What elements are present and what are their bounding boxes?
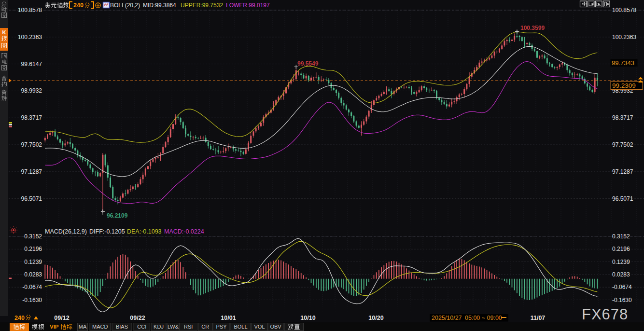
svg-text:10/20: 10/20	[368, 315, 383, 321]
svg-text:2025/10/27: 2025/10/27	[432, 315, 462, 321]
svg-text:240: 240	[14, 315, 25, 321]
svg-text:96.2109: 96.2109	[107, 212, 128, 219]
svg-text:05:00 ~ 09:00: 05:00 ~ 09:00	[465, 315, 502, 321]
svg-text:97.7502: 97.7502	[612, 141, 633, 148]
svg-text:99.7343: 99.7343	[612, 59, 634, 67]
svg-text:0.3152: 0.3152	[612, 233, 630, 240]
svg-text:UPPER:99.7532: UPPER:99.7532	[181, 2, 223, 9]
svg-text:100.8578: 100.8578	[18, 7, 42, 14]
svg-text:-0.0674: -0.0674	[612, 284, 632, 290]
svg-text:0.2196: 0.2196	[612, 246, 630, 252]
svg-text:10/01: 10/01	[221, 315, 236, 321]
svg-text:10/10: 10/10	[300, 315, 315, 321]
svg-text:0.1239: 0.1239	[24, 259, 42, 265]
svg-text:LOWER:99.0197: LOWER:99.0197	[226, 2, 270, 9]
svg-text:0.1239: 0.1239	[612, 259, 630, 265]
svg-text:96.5071: 96.5071	[21, 195, 42, 202]
svg-text:CR: CR	[201, 324, 209, 330]
svg-text:DIFF:-0.1205: DIFF:-0.1205	[89, 228, 125, 235]
svg-text:K: K	[2, 29, 6, 35]
svg-text:99.6147: 99.6147	[21, 61, 42, 68]
svg-text:KDJ: KDJ	[154, 324, 164, 330]
svg-text:MA: MA	[79, 324, 87, 330]
svg-text:OBV: OBV	[270, 324, 281, 330]
svg-text:BOLL(20,2): BOLL(20,2)	[110, 2, 140, 9]
svg-text:98.9932: 98.9932	[21, 87, 42, 94]
svg-text:100.3599: 100.3599	[520, 25, 545, 31]
svg-text:BIAS: BIAS	[116, 324, 128, 330]
svg-text:240: 240	[73, 2, 84, 9]
svg-text:VOL: VOL	[254, 324, 265, 330]
svg-text:100.8578: 100.8578	[612, 7, 636, 14]
svg-text:MID:99.3864: MID:99.3864	[143, 2, 176, 9]
svg-text:0.2196: 0.2196	[24, 246, 42, 252]
svg-text:BOLL: BOLL	[234, 324, 247, 330]
svg-text:-0.1630: -0.1630	[22, 297, 42, 303]
svg-text:0.0283: 0.0283	[612, 271, 630, 278]
svg-text:0.0283: 0.0283	[24, 271, 42, 278]
svg-text:DEA:-0.1093: DEA:-0.1093	[127, 228, 162, 235]
svg-text:PSY: PSY	[216, 324, 227, 330]
svg-text:MACD(26,12,9): MACD(26,12,9)	[45, 228, 87, 235]
svg-text:99.5549: 99.5549	[297, 60, 319, 67]
svg-text:LW&: LW&	[168, 324, 179, 330]
svg-text:RSI: RSI	[184, 324, 193, 330]
svg-text:11/07: 11/07	[531, 315, 546, 321]
svg-text:97.1287: 97.1287	[21, 168, 42, 175]
svg-text:MACD: MACD	[92, 324, 108, 330]
svg-text:VIP: VIP	[50, 324, 59, 330]
svg-text:CCI: CCI	[137, 324, 146, 330]
svg-text:99.2309: 99.2309	[612, 82, 636, 89]
svg-text:-0.1630: -0.1630	[612, 297, 632, 303]
svg-text:96.5071: 96.5071	[612, 195, 633, 202]
svg-text:100.2363: 100.2363	[18, 34, 42, 41]
svg-text:98.3717: 98.3717	[612, 114, 633, 121]
svg-text:98.3717: 98.3717	[21, 114, 42, 121]
svg-text:0.3152: 0.3152	[24, 233, 42, 240]
svg-text:97.7502: 97.7502	[21, 141, 42, 148]
svg-text:-0.0674: -0.0674	[22, 284, 42, 290]
svg-text:FX678: FX678	[582, 306, 628, 323]
svg-text:97.1287: 97.1287	[612, 168, 633, 175]
svg-text:09/12: 09/12	[54, 315, 69, 321]
svg-text:09/22: 09/22	[130, 315, 145, 321]
svg-text:100.2363: 100.2363	[612, 34, 636, 41]
svg-text:MACD:-0.0224: MACD:-0.0224	[164, 228, 204, 235]
